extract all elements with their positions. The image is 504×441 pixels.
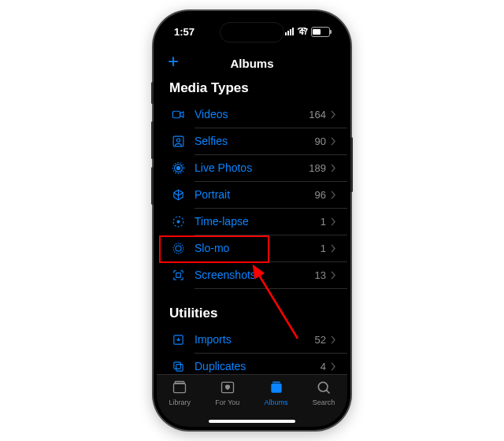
section-header-utilities: Utilities — [157, 302, 347, 326]
tab-label: Albums — [265, 398, 288, 406]
row-label: Live Photos — [195, 161, 309, 174]
row-selfie[interactable]: Selfies90 — [157, 128, 347, 154]
svg-line-24 — [326, 390, 329, 393]
chevron-right-icon — [331, 164, 336, 172]
imports-icon — [169, 333, 187, 346]
row-label: Screenshots — [195, 269, 315, 281]
timelapse-icon — [169, 215, 187, 228]
row-count: 4 — [321, 361, 326, 372]
row-portrait[interactable]: Portrait96 — [157, 181, 347, 208]
svg-rect-21 — [271, 384, 281, 393]
row-label: Slo-mo — [195, 242, 321, 254]
battery-icon: 47 — [311, 27, 330, 37]
svg-point-7 — [177, 220, 180, 223]
tab-search[interactable]: Search — [313, 380, 335, 406]
tab-library[interactable]: Library — [169, 380, 191, 406]
row-slomo[interactable]: Slo-mo1 — [157, 235, 347, 261]
svg-rect-18 — [174, 384, 186, 393]
tab-bar: LibraryFor YouAlbumsSearch — [157, 374, 347, 427]
svg-rect-0 — [172, 111, 180, 118]
volume-up-button — [151, 121, 154, 159]
live-icon — [169, 161, 187, 175]
svg-point-3 — [176, 166, 180, 169]
row-count: 1 — [321, 243, 326, 254]
svg-point-8 — [173, 243, 183, 254]
add-button[interactable]: + — [168, 52, 179, 71]
svg-rect-19 — [176, 382, 185, 384]
tab-label: For You — [215, 398, 239, 406]
chevron-right-icon — [331, 137, 336, 146]
svg-rect-13 — [173, 361, 180, 369]
library-icon — [171, 380, 188, 397]
svg-rect-10 — [176, 272, 180, 277]
chevron-right-icon — [331, 244, 336, 253]
status-time: 1:57 — [174, 26, 195, 38]
slomo-icon — [169, 242, 187, 255]
row-imports[interactable]: Imports52 — [157, 326, 347, 353]
chevron-right-icon — [331, 335, 336, 344]
row-label: Videos — [195, 108, 309, 120]
portrait-icon — [169, 188, 187, 202]
nav-bar: + Albums — [157, 49, 347, 77]
row-label: Imports — [195, 333, 315, 346]
search-icon — [315, 380, 332, 397]
svg-rect-12 — [176, 364, 183, 371]
video-icon — [169, 108, 187, 121]
side-button — [151, 82, 154, 104]
cellular-icon — [285, 28, 294, 35]
row-count: 13 — [315, 269, 326, 281]
chevron-right-icon — [331, 362, 336, 371]
tab-foryou[interactable]: For You — [215, 380, 239, 406]
row-label: Selfies — [195, 135, 315, 147]
svg-point-23 — [318, 382, 328, 391]
row-count: 189 — [309, 162, 326, 174]
tab-label: Library — [169, 398, 191, 406]
tab-albums[interactable]: Albums — [265, 380, 288, 406]
svg-rect-1 — [173, 136, 183, 146]
row-count: 52 — [315, 334, 326, 346]
screen: 1:57 47 + Albums Media TypesVideos164Sel… — [157, 14, 347, 427]
dynamic-island — [220, 22, 284, 43]
content[interactable]: Media TypesVideos164Selfies90Live Photos… — [157, 77, 347, 380]
row-live[interactable]: Live Photos189 — [157, 154, 347, 181]
svg-rect-22 — [272, 382, 280, 384]
chevron-right-icon — [331, 110, 336, 119]
svg-point-9 — [175, 245, 180, 250]
albums-icon — [268, 380, 285, 397]
screenshot-icon — [169, 269, 187, 282]
chevron-right-icon — [331, 191, 336, 199]
chevron-right-icon — [331, 217, 336, 226]
foryou-icon — [219, 380, 236, 397]
volume-down-button — [151, 167, 154, 205]
nav-title: Albums — [230, 57, 273, 70]
row-label: Duplicates — [195, 360, 321, 372]
power-button — [350, 137, 353, 192]
row-label: Portrait — [195, 188, 315, 201]
duplicates-icon — [169, 360, 187, 373]
phone-frame: 1:57 47 + Albums Media TypesVideos164Sel… — [154, 11, 350, 430]
chevron-right-icon — [331, 271, 336, 280]
row-video[interactable]: Videos164 — [157, 101, 347, 128]
svg-point-2 — [176, 138, 180, 141]
tab-label: Search — [313, 398, 335, 406]
row-count: 164 — [309, 109, 326, 120]
row-screenshot[interactable]: Screenshots13 — [157, 261, 347, 288]
row-label: Time-lapse — [195, 215, 321, 228]
selfie-icon — [169, 135, 187, 148]
home-indicator[interactable] — [209, 420, 295, 423]
row-timelapse[interactable]: Time-lapse1 — [157, 208, 347, 235]
row-count: 96 — [315, 189, 326, 201]
row-count: 90 — [315, 135, 326, 147]
section-header-media-types: Media Types — [157, 77, 347, 101]
row-count: 1 — [321, 216, 326, 228]
